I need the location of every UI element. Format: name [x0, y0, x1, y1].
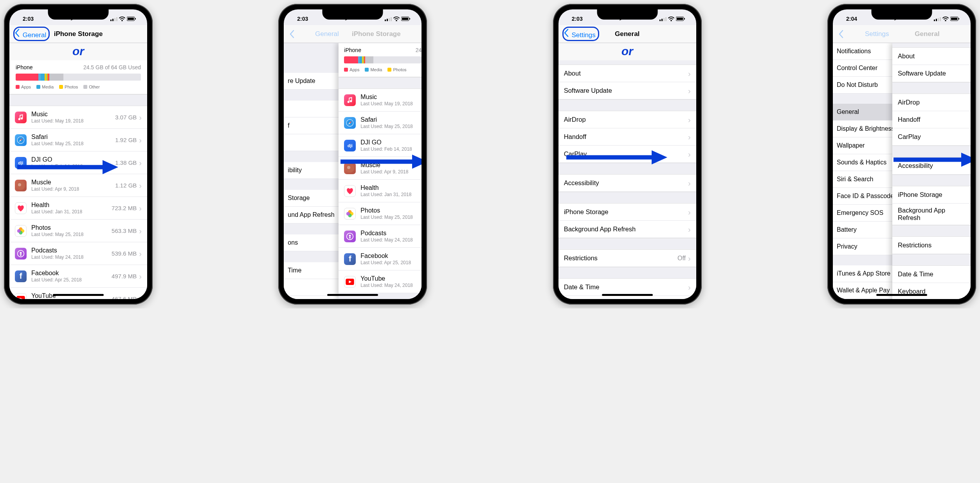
back-button[interactable]: General [9, 27, 50, 41]
status-icons [110, 16, 136, 21]
settings-row-partial[interactable]: Wallpaper [833, 137, 895, 154]
settings-row[interactable]: Keyboard [892, 283, 971, 299]
settings-row[interactable]: Handoff [892, 111, 971, 128]
settings-row-partial[interactable]: Time [284, 262, 346, 279]
settings-row-partial[interactable] [284, 101, 346, 117]
settings-row-partial[interactable]: Emergency SOS [833, 205, 895, 222]
settings-row-partial[interactable]: f [284, 117, 346, 134]
app-icon [15, 248, 27, 260]
home-indicator[interactable] [53, 294, 104, 296]
home-indicator[interactable] [327, 294, 378, 296]
storage-used: 24.5 GB of 64 GB Used [83, 64, 141, 70]
home-indicator[interactable] [602, 294, 653, 296]
row-label: About [564, 70, 688, 77]
settings-row[interactable]: Software Update› [558, 82, 696, 99]
settings-row-partial[interactable]: Notifications [833, 43, 895, 60]
settings-row-partial[interactable]: Do Not Disturb [833, 77, 895, 94]
storage-bar [344, 56, 422, 63]
app-row[interactable]: fFacebookLast Used: Apr 25, 2018497.9 MB… [9, 265, 147, 288]
settings-row[interactable]: Restrictions [892, 237, 971, 254]
settings-row[interactable]: About [892, 48, 971, 65]
settings-row-partial[interactable]: Battery [833, 222, 895, 238]
navbar: General iPhone Storage [9, 25, 147, 43]
settings-row[interactable]: CarPlay [892, 128, 971, 146]
settings-row-partial[interactable]: ons [284, 234, 346, 251]
settings-row[interactable]: Date & Time› [558, 279, 696, 296]
status-time: 2:04 [846, 16, 857, 22]
app-row[interactable]: PhotosLast Used: May 25, 2018 [339, 202, 422, 225]
location-icon: ➤ [894, 16, 897, 22]
settings-row-partial[interactable]: Storage [284, 190, 346, 207]
settings-row[interactable]: Date & Time [892, 266, 971, 283]
app-row[interactable]: PhotosLast Used: May 25, 2018563.3 MB› [9, 220, 147, 242]
row-label: Handoff [898, 116, 965, 123]
settings-row-partial[interactable] [284, 134, 346, 151]
app-name: Music [360, 94, 416, 101]
app-row[interactable]: HealthLast Used: Jan 31, 2018723.2 MB› [9, 197, 147, 220]
svg-rect-3 [116, 17, 117, 21]
settings-row[interactable]: Software Update [892, 65, 971, 82]
app-row[interactable]: PodcastsLast Used: May 24, 2018539.6 MB› [9, 242, 147, 265]
settings-row-partial[interactable]: Siri & Search [833, 171, 895, 188]
settings-row[interactable]: About› [558, 65, 696, 82]
app-icon: f [15, 270, 27, 282]
nav-title: General [884, 30, 971, 38]
back-button[interactable]: General [284, 30, 339, 38]
app-row[interactable]: HealthLast Used: Jan 31, 2018 [339, 180, 422, 202]
chevron-right-icon: › [139, 272, 142, 280]
back-button[interactable]: Settings [833, 30, 889, 38]
settings-row-partial[interactable]: re Update [284, 73, 346, 90]
settings-row-partial[interactable]: und App Refresh [284, 207, 346, 223]
settings-row[interactable]: Background App Refresh [892, 204, 971, 225]
settings-row[interactable]: Accessibility› [558, 175, 696, 192]
battery-icon [127, 16, 136, 21]
settings-row[interactable]: Keyboard› [558, 296, 696, 299]
row-label: CarPlay [898, 133, 965, 141]
app-name: Photos [31, 224, 112, 231]
settings-row[interactable]: AirDrop [892, 94, 971, 111]
svg-rect-58 [940, 17, 941, 21]
app-row[interactable]: SafariLast Used: May 25, 20181.92 GB› [9, 129, 147, 151]
settings-row[interactable]: iPhone Storage [892, 186, 971, 204]
app-row[interactable]: fFacebookLast Used: Apr 25, 2018 [339, 248, 422, 270]
row-label: About [898, 52, 965, 60]
home-indicator[interactable] [876, 294, 927, 296]
back-button[interactable]: Settings [558, 27, 599, 41]
settings-row[interactable]: RestrictionsOff› [558, 250, 696, 267]
settings-row-partial[interactable]: Face ID & Passcode [833, 188, 895, 205]
settings-row-partial[interactable]: Sounds & Haptics [833, 154, 895, 171]
storage-bar [16, 74, 141, 81]
settings-row-partial[interactable]: Control Center [833, 60, 895, 77]
settings-row[interactable]: AirDrop› [558, 111, 696, 128]
app-row[interactable]: PodcastsLast Used: May 24, 2018 [339, 225, 422, 248]
app-size: 497.9 MB [112, 273, 137, 279]
app-row[interactable]: MusicLast Used: May 19, 2018 [339, 89, 422, 112]
location-icon: ➤ [70, 16, 74, 22]
swipe-arrow [894, 152, 971, 168]
app-row[interactable]: YouTubeLast Used: May 24, 2018467.6 MB› [9, 288, 147, 299]
settings-row-partial[interactable]: ibility [284, 162, 346, 179]
settings-row[interactable]: Handoff› [558, 128, 696, 146]
settings-row-partial[interactable]: e & Region [284, 296, 346, 299]
app-row[interactable]: SafariLast Used: May 25, 2018 [339, 112, 422, 134]
chevron-left-icon [838, 30, 844, 38]
location-icon: ➤ [619, 16, 623, 22]
settings-row-partial[interactable]: Display & Brightness [833, 121, 895, 137]
settings-row-partial[interactable]: Privacy [833, 238, 895, 255]
settings-row-partial[interactable]: Wallet & Apple Pay [833, 282, 895, 299]
app-row[interactable]: YouTubeLast Used: May 24, 2018 [339, 270, 422, 293]
settings-row-partial[interactable]: General [833, 104, 895, 121]
settings-row-partial[interactable] [284, 279, 346, 296]
status-time: 2:03 [572, 16, 583, 22]
chevron-right-icon: › [139, 250, 142, 258]
app-icon [344, 117, 356, 129]
app-row[interactable]: MuscleLast Used: Apr 9, 20181.12 GB› [9, 174, 147, 197]
battery-icon [401, 16, 411, 21]
navbar: Settings General [833, 25, 971, 43]
settings-row[interactable]: iPhone Storage› [558, 204, 696, 221]
settings-row[interactable]: Background App Refresh› [558, 221, 696, 238]
app-row[interactable]: MusicLast Used: May 19, 20183.07 GB› [9, 106, 147, 129]
settings-row-partial[interactable]: iTunes & App Store [833, 265, 895, 282]
status-bar: 2:03 ➤ [558, 9, 696, 25]
wifi-icon [668, 16, 674, 21]
